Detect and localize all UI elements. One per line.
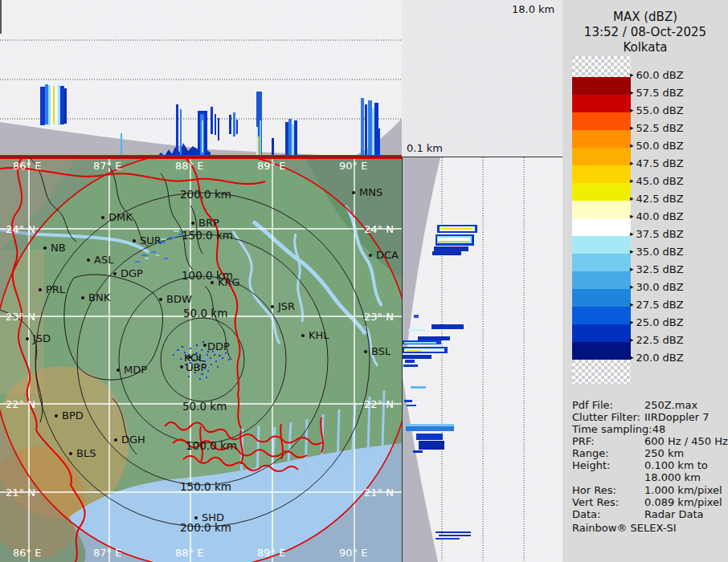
axis-tick (0, 0, 2, 34)
tick-arrow-icon: ▸ (630, 300, 634, 308)
svg-text:87° E: 87° E (93, 547, 121, 559)
svg-text:DGH: DGH (121, 434, 145, 446)
tick-arrow-icon: ▸ (630, 283, 634, 291)
scale-band (572, 165, 631, 183)
meta-key: Pdf File: (572, 399, 613, 411)
svg-text:NB: NB (51, 242, 66, 254)
svg-text:KHL: KHL (309, 329, 329, 341)
legend-panel: MAX (dBZ) 13:52 / 08-Oct-2025 Kolkata ▸6… (562, 0, 728, 562)
svg-text:UBP: UBP (186, 361, 207, 373)
svg-text:BLS: BLS (76, 447, 96, 459)
meta-key: Height: (572, 459, 610, 471)
map-top-red-edge (0, 157, 402, 159)
meta-value: 18.000 km (644, 471, 701, 483)
scale-band (572, 77, 631, 95)
svg-text:86° E: 86° E (13, 160, 41, 172)
tick-arrow-icon: ▸ (630, 124, 634, 132)
scale-label: 42.5 dBZ (636, 193, 684, 205)
scale-label: 22.5 dBZ (636, 334, 684, 346)
tick-arrow-icon: ▸ (630, 88, 634, 96)
scale-band (572, 342, 631, 360)
svg-text:50.0 km: 50.0 km (183, 307, 227, 320)
tick-arrow-icon: ▸ (630, 194, 634, 202)
radar-display: 18.0 km 0.1 km (0, 0, 728, 562)
scale-band (572, 307, 631, 324)
meta-value: 600 Hz / 450 Hz (644, 435, 728, 447)
svg-text:SUR: SUR (140, 234, 162, 246)
svg-text:22° N: 22° N (6, 398, 35, 410)
tick-arrow-icon: ▸ (630, 212, 634, 220)
scale-band (572, 201, 631, 218)
scale-band-above-max (572, 56, 631, 77)
scale-label: 57.5 dBZ (636, 87, 684, 99)
side-profile-plot (403, 157, 562, 562)
tick-arrow-icon: ▸ (630, 159, 634, 167)
scale-band (572, 112, 631, 130)
meta-key: Clutter Filter: (572, 411, 640, 423)
svg-text:23° N: 23° N (364, 311, 394, 323)
svg-text:MDP: MDP (124, 364, 147, 376)
svg-text:21° N: 21° N (6, 487, 35, 499)
scale-band (572, 183, 631, 201)
radar-map-panel: MNS DMK BRP SUR NB ASL DGP PRL BNK BDW K… (0, 157, 402, 562)
software-brand: Rainbow® SELEX-SI (572, 522, 726, 534)
tick-arrow-icon: ▸ (630, 141, 634, 149)
svg-text:100.0 km: 100.0 km (186, 439, 237, 452)
scale-label: 50.0 dBZ (636, 140, 684, 152)
meta-value: 0.100 km to (644, 459, 708, 471)
scale-label: 35.0 dBZ (636, 246, 684, 258)
svg-text:86° E: 86° E (13, 547, 41, 559)
svg-text:MNS: MNS (359, 186, 382, 198)
svg-text:21° N: 21° N (364, 487, 394, 499)
scale-band (572, 130, 631, 148)
meta-value: 250 km (644, 447, 684, 459)
tick-arrow-icon: ▸ (630, 353, 634, 361)
scale-band (572, 218, 631, 236)
svg-text:DMK: DMK (108, 211, 133, 223)
svg-text:BNK: BNK (88, 291, 111, 303)
scale-band (572, 148, 631, 165)
scale-band (572, 95, 631, 112)
tick-arrow-icon: ▸ (630, 265, 634, 273)
svg-text:24° N: 24° N (364, 223, 394, 235)
product-title: MAX (dBZ) (562, 10, 728, 24)
scale-band (572, 324, 631, 342)
svg-text:90° E: 90° E (339, 160, 367, 172)
radar-site-name: Kolkata (562, 40, 728, 55)
scale-band (572, 271, 631, 289)
svg-text:89° E: 89° E (257, 160, 285, 172)
tick-arrow-icon: ▸ (630, 71, 634, 79)
scale-band (572, 254, 631, 271)
tick-arrow-icon: ▸ (630, 230, 634, 238)
tick-arrow-icon: ▸ (630, 177, 634, 185)
svg-text:87° E: 87° E (93, 160, 121, 172)
svg-text:24° N: 24° N (6, 223, 35, 235)
meta-key: PRF: (572, 435, 595, 447)
scale-band (572, 289, 631, 307)
svg-text:22° N: 22° N (364, 398, 394, 410)
origin-height-label: 0.1 km (407, 143, 443, 154)
meta-value: 0.089 km/pixel (644, 496, 722, 508)
scale-label: 25.0 dBZ (636, 316, 684, 328)
scale-band (572, 236, 631, 254)
meta-key: Vert Res: (572, 496, 619, 508)
scale-label: 40.0 dBZ (636, 210, 684, 222)
svg-text:BRP: BRP (198, 217, 219, 229)
svg-text:88° E: 88° E (175, 547, 203, 559)
meta-value: Radar Data (644, 508, 703, 520)
meta-key: Data: (572, 508, 600, 520)
svg-text:150.0 km: 150.0 km (182, 229, 233, 242)
scale-label: 32.5 dBZ (636, 263, 684, 275)
meta-key: Hor Res: (572, 484, 616, 496)
scale-label: 52.5 dBZ (636, 122, 684, 134)
scale-label: 47.5 dBZ (636, 157, 684, 169)
svg-text:JSD: JSD (32, 332, 51, 344)
meta-key: Range: (572, 447, 609, 459)
svg-text:89° E: 89° E (257, 547, 285, 559)
tick-arrow-icon: ▸ (630, 106, 634, 114)
scale-label: 45.0 dBZ (636, 175, 684, 187)
scale-label: 20.0 dBZ (636, 352, 684, 364)
svg-text:DCA: DCA (376, 249, 399, 261)
scale-label: 55.0 dBZ (636, 104, 684, 116)
tick-arrow-icon: ▸ (630, 336, 634, 344)
